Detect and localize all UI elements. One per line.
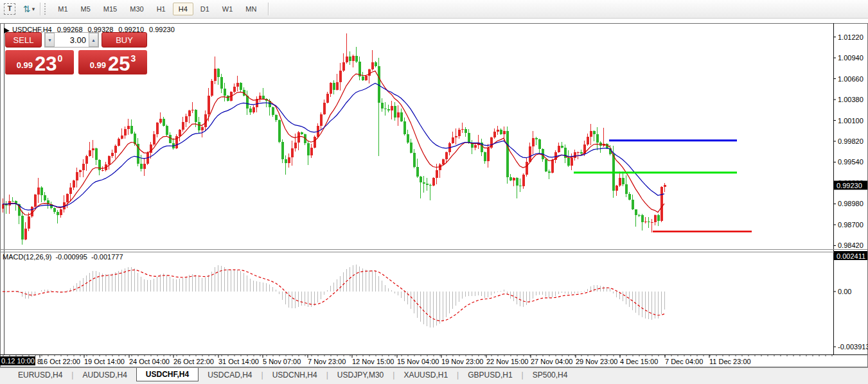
price-tick-label: 1.00100: [838, 117, 864, 125]
arrows-tool-icon[interactable]: ⇅: [23, 4, 31, 14]
buy-price-display[interactable]: 0.99 25 3: [78, 50, 147, 74]
tab-sp500-h4[interactable]: SP500,H4: [524, 368, 577, 381]
time-tick-label: 27 Nov 04:00: [531, 358, 572, 365]
price-tick-label: 0.98700: [838, 221, 864, 229]
price-tick-label: 1.01220: [838, 33, 864, 41]
macd-main-value: -0.000995: [55, 253, 87, 261]
partial-time-label: 8: [37, 358, 41, 365]
time-tick-label: 16 Oct 22:00: [40, 358, 80, 365]
sell-price-display[interactable]: 0.99 23 0: [5, 50, 74, 74]
macd-tick-label: 0.00: [838, 288, 851, 295]
tf-button-h1[interactable]: H1: [151, 3, 172, 15]
macd-tick-label: -0.003913: [838, 343, 868, 351]
price-tick-label: 1.00940: [838, 54, 864, 62]
chevron-down-icon[interactable]: ▾: [32, 6, 35, 12]
macd-signal-value: -0.001777: [91, 253, 123, 261]
toolbar-grip[interactable]: [44, 3, 48, 15]
sell-price-base: 0.99: [17, 60, 33, 70]
volume-input[interactable]: [55, 33, 89, 47]
time-tick-label: 11 Dec 23:00: [709, 358, 751, 365]
time-tick-label: 4 Dec 15:00: [620, 358, 658, 365]
time-tick-label: 26 Oct 22:00: [173, 358, 214, 365]
tf-button-m1[interactable]: M1: [52, 3, 73, 15]
price-tick-label: 0.99540: [838, 158, 864, 166]
buy-price-base: 0.99: [90, 60, 106, 70]
toolbar-separator: [268, 3, 269, 15]
time-tick-label: 31 Oct 14:00: [218, 358, 259, 365]
volume-increase-button[interactable]: ▲: [89, 33, 98, 47]
tab-xauusd-h1[interactable]: XAUUSD,H1: [394, 368, 457, 381]
volume-decrease-button[interactable]: ▼: [45, 33, 55, 47]
tf-button-d1[interactable]: D1: [195, 3, 215, 15]
tab-usdchf-h4[interactable]: USDCHF,H4: [136, 368, 199, 381]
one-click-trading-panel: SELL ▼ ▲ BUY 0.99 23 0 0.99 25 3: [5, 32, 147, 74]
price-tick-label: 0.99820: [838, 137, 864, 145]
time-tick-label: 7 Nov 23:00: [308, 358, 346, 365]
macd-name: MACD(12,26,9): [3, 253, 51, 261]
buy-price-pips: 25: [108, 55, 130, 73]
close-value: 0.99230: [149, 26, 175, 33]
tf-button-h4[interactable]: H4: [173, 3, 193, 15]
time-tick-label: 22 Nov 15:00: [486, 358, 528, 365]
tf-button-mn[interactable]: MN: [240, 3, 262, 15]
time-tick-label: 12 Nov 15:00: [352, 358, 394, 365]
toolbar-separator: [40, 3, 41, 15]
time-tick-label: 19 Nov 23:00: [441, 358, 483, 365]
time-tick-label: 29 Nov 23:00: [576, 358, 617, 365]
sell-price-point: 0: [58, 53, 63, 64]
tab-audusd-h4[interactable]: AUDUSD,H4: [73, 368, 136, 381]
tab-gbpusd-h1[interactable]: GBPUSD,H1: [459, 368, 521, 381]
time-tick-label: 5 Nov 07:00: [263, 358, 301, 365]
tf-button-m15[interactable]: M15: [98, 3, 123, 15]
price-tick-label: 0.98420: [838, 241, 864, 249]
tab-eurusd-h4[interactable]: EURUSD,H4: [9, 368, 71, 381]
tf-button-w1[interactable]: W1: [217, 3, 239, 15]
sell-button[interactable]: SELL: [5, 32, 42, 48]
tf-button-m5[interactable]: M5: [75, 3, 96, 15]
buy-price-point: 3: [131, 53, 136, 64]
price-tick-label: 1.00380: [838, 96, 864, 103]
time-tick-label: 19 Oct 14:00: [84, 358, 125, 365]
timeframe-buttons: M1M5M15M30H1H4D1W1MN: [51, 3, 263, 15]
tab-usdcad-h4[interactable]: USDCAD,H4: [199, 368, 261, 381]
svg-text:0.12 10:00: 0.12 10:00: [1, 357, 35, 365]
tf-button-m30[interactable]: M30: [124, 3, 149, 15]
svg-text:0.002411: 0.002411: [837, 252, 865, 260]
time-tick-label: 15 Nov 04:00: [397, 358, 439, 365]
price-tick-label: 1.00660: [838, 75, 864, 83]
price-tick-label: 0.98980: [838, 200, 864, 207]
terminal-window: { "toolbar": { "timeframes": ["M1","M5",…: [0, 0, 868, 384]
time-tick-label: 24 Oct 04:00: [129, 358, 170, 365]
timeframe-toolbar: T ⇅ ▾ M1M5M15M30H1H4D1W1MN: [0, 0, 868, 19]
buy-button[interactable]: BUY: [102, 32, 147, 48]
tab-usdjpy-m30[interactable]: USDJPY,M30: [328, 368, 393, 381]
tab-usdcnh-h4[interactable]: USDCNH,H4: [263, 368, 326, 381]
volume-stepper: ▼ ▲: [44, 32, 99, 48]
text-tool-icon[interactable]: T: [4, 3, 15, 15]
symbol-tabbar: EURUSD,H4|AUDUSD,H4USDCHF,H4USDCAD,H4|US…: [0, 367, 868, 381]
statusbar-strip: [0, 381, 868, 384]
time-tick-label: 7 Dec 04:00: [665, 358, 703, 365]
sell-price-pips: 23: [35, 55, 57, 73]
macd-indicator-label: MACD(12,26,9) -0.000995 -0.001777: [3, 253, 123, 261]
svg-text:0.99230: 0.99230: [837, 182, 862, 189]
